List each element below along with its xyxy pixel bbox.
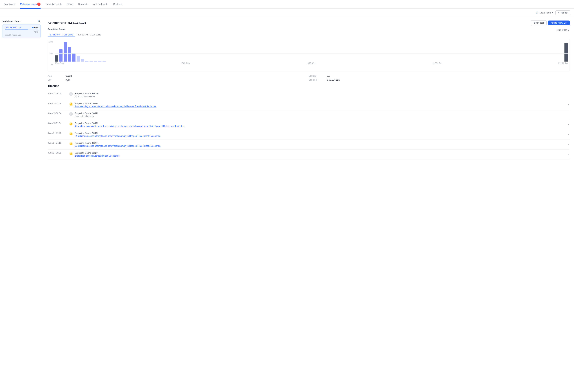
main-panel: Activity for IP-5.58.134.126 Block user … [43, 17, 574, 392]
bar-chart: 100% 50% 0% [48, 39, 570, 72]
page-title: Activity for IP-5.58.134.126 [48, 21, 86, 25]
nav-api-endpoints[interactable]: API Endpoints [93, 0, 108, 8]
nav-label-malicious-users: Malicious Users [20, 3, 37, 5]
meta-grid: ASN 16223 Country UA City Kyiv Source IP… [48, 75, 570, 81]
timeline-item: 3 Jun 15:11:34 ⚠️ Suspicion Score: 100% … [48, 100, 570, 110]
timeline-item: 3 Jun 14:56:55 ⚠️ Suspicion Score: 12.2%… [48, 149, 570, 159]
warning-icon: ⚠️ [69, 142, 73, 145]
warning-icon: ⚠️ [69, 102, 73, 106]
level-dot [32, 27, 34, 28]
info-icon: ℹ [69, 112, 73, 116]
chart-tab-1[interactable]: 3 Jun 14:45 - 3 Jun 20:45 [75, 33, 103, 37]
chart-bar [59, 49, 62, 62]
timeline-item: 3 Jun 15:01:34 ⚠️ Suspicion Score: 100% … [48, 120, 570, 130]
hide-chart-button[interactable]: Hide Chart ∧ [557, 29, 570, 31]
chart-bar [85, 61, 88, 62]
timeline-link[interactable]: 10 forbidden access attempts and behavio… [75, 145, 566, 147]
refresh-icon: ↻ [558, 12, 560, 14]
chart-bars-container [55, 41, 568, 62]
chart-tab-0[interactable]: 2 Jun 20:45 - 3 Jun 20:45 [48, 33, 75, 37]
timeline-title: Timeline [48, 84, 570, 88]
meta-asn: ASN 16223 [48, 75, 309, 77]
toolbar: 🕐 Last 6 hours ▾ ↻ Refresh [0, 9, 574, 17]
meta-country: Country UA [309, 75, 570, 77]
suspicion-score-label: Suspicion Score [48, 28, 65, 30]
main-layout: Malicious Users 🔍 IP-5.58.134.126 Low 70… [0, 17, 574, 392]
chevron-down-icon[interactable]: ∨ [568, 133, 570, 136]
nav-malicious-users[interactable]: Malicious Users1 [20, 0, 41, 9]
nav-security-events[interactable]: Security Events [46, 0, 62, 8]
chevron-down-icon: ▾ [552, 12, 553, 14]
timeline-item: 3 Jun 17:16:34 ℹ Suspicion Score: 59.1% … [48, 90, 570, 100]
timeline-content: Suspicion Score: 100% 14 forbidden acces… [75, 132, 566, 137]
chevron-down-icon[interactable]: ∨ [568, 153, 570, 156]
user-card[interactable]: IP-5.58.134.126 Low 70% about 5 hours ag… [2, 24, 41, 38]
progress-value: 70 [34, 31, 36, 33]
chart-bar [77, 56, 80, 62]
user-card-header: IP-5.58.134.126 Low [5, 26, 38, 29]
chart-bar [55, 56, 58, 62]
user-level: Low [32, 26, 38, 29]
progress-bar-fill [5, 30, 28, 30]
sidebar-title: Malicious Users 🔍 [2, 20, 41, 22]
timeline-item: 3 Jun 14:57:10 ⚠️ Suspicion Score: 83.1%… [48, 140, 570, 149]
warning-icon: ⚠️ [69, 122, 73, 126]
info-icon: ℹ [69, 92, 73, 96]
user-time: about 5 hours ago [5, 34, 21, 36]
chart-bar [564, 43, 568, 62]
timeline-item: 3 Jun 14:57:25 ⚠️ Suspicion Score: 100% … [48, 130, 570, 140]
chart-bar [94, 61, 97, 62]
warning-icon: ⚠️ [69, 152, 73, 155]
time-range-label: Last 6 hours [539, 12, 551, 14]
clock-icon: 🕐 [536, 12, 538, 14]
timeline-link[interactable]: 6 non-existing url attempts and behavior… [75, 105, 566, 108]
nav-dashboard[interactable]: Dashboard [4, 0, 15, 8]
refresh-label: Refresh [560, 12, 568, 14]
timeline-content: Suspicion Score: 100% 6 non-existing url… [75, 102, 566, 108]
meta-city: City Kyiv [48, 79, 309, 81]
chart-tabs: 2 Jun 20:45 - 3 Jun 20:45 3 Jun 14:45 - … [48, 33, 570, 37]
chart-bar [90, 61, 93, 62]
search-icon[interactable]: 🔍 [38, 20, 41, 22]
header-buttons: Block user Add to Allow List [529, 20, 570, 25]
user-ip: IP-5.58.134.126 [5, 26, 21, 29]
timeline-content: Suspicion Score: 59.1% 25 non critical e… [75, 92, 570, 98]
time-range-picker[interactable]: 🕐 Last 6 hours ▾ [536, 12, 553, 14]
chart-x-labels: 15:40 3 Jun 17:03 3 Jun 18:26 3 Jun 19:5… [55, 62, 568, 64]
block-user-button[interactable]: Block user [531, 20, 547, 25]
meta-source-ip: Source IP 5.58.134.126 [309, 79, 570, 81]
warning-icon: ⚠️ [69, 132, 73, 135]
nav-badge-malicious-users: 1 [37, 2, 41, 6]
chevron-down-icon[interactable]: ∨ [568, 143, 570, 146]
timeline-item: 3 Jun 15:06:34 ℹ Suspicion Score: 100% 1… [48, 110, 570, 120]
hide-chart-label: Hide Chart [557, 29, 567, 31]
nav-ddos[interactable]: DDoS [67, 0, 73, 8]
nav-realtime[interactable]: Realtime [113, 0, 122, 8]
main-header: Activity for IP-5.58.134.126 Block user … [48, 20, 570, 25]
chevron-down-icon[interactable]: ∨ [568, 104, 570, 106]
timeline-content: Suspicion Score: 83.1% 10 forbidden acce… [75, 142, 566, 147]
chart-bar [98, 61, 102, 62]
add-to-allow-list-button[interactable]: Add to Allow List [548, 20, 570, 25]
timeline-content: Suspicion Score: 12.2% 2 forbidden acces… [75, 152, 566, 157]
chevron-up-icon: ∧ [568, 29, 570, 31]
chart-bar [63, 42, 67, 62]
timeline-link[interactable]: 2 forbidden access attempts in last 15 s… [75, 155, 566, 157]
nav-requests[interactable]: Requests [78, 0, 88, 8]
chart-bar [102, 61, 106, 62]
timeline-link[interactable]: 14 forbidden access attempts and behavio… [75, 135, 566, 137]
timeline-content: Suspicion Score: 100% 4 forbidden access… [75, 122, 566, 128]
chart-bar [68, 47, 71, 62]
chart-bar [81, 59, 84, 62]
chevron-down-icon[interactable]: ∨ [568, 123, 570, 126]
chart-bar [72, 53, 76, 62]
refresh-button[interactable]: ↻ Refresh [555, 10, 570, 15]
timeline-link[interactable]: 4 forbidden access attempts, 1 non-exist… [75, 125, 566, 128]
chart-y-labels: 100% 50% 0% [48, 41, 54, 66]
sidebar: Malicious Users 🔍 IP-5.58.134.126 Low 70… [0, 17, 43, 392]
progress-bar-bg [5, 30, 38, 30]
level-label: Low [34, 26, 38, 29]
timeline-content: Suspicion Score: 100% 1 non critical eve… [75, 112, 570, 117]
